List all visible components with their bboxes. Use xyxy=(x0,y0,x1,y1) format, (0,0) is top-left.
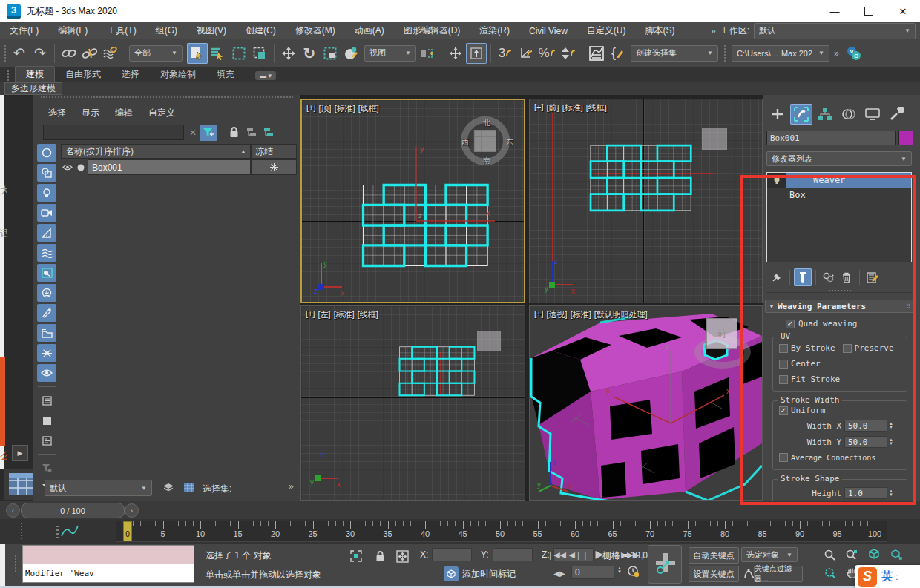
mirror-icon[interactable] xyxy=(416,43,437,64)
center-checkbox[interactable] xyxy=(779,360,788,369)
explorer-preset-dropdown[interactable]: 默认▼ xyxy=(45,480,152,496)
percent-snap-toggle-icon[interactable]: % xyxy=(536,43,557,64)
next-frame-arrow[interactable]: › xyxy=(125,503,139,518)
maxscript-listener-icon[interactable]: { xyxy=(607,43,628,64)
display-frozen-icon[interactable] xyxy=(37,344,56,362)
display-geometry-icon[interactable] xyxy=(37,164,56,182)
maxscript-mini-listener[interactable]: Modifier 'Weav xyxy=(22,545,194,583)
viewport-menu-shading[interactable]: [默认明暗处理] xyxy=(594,309,648,320)
tab-motion[interactable] xyxy=(838,104,860,125)
redo-icon[interactable]: ↷ xyxy=(30,43,50,64)
ime-mode-label[interactable]: 英 xyxy=(881,569,893,584)
panel-resize-grip[interactable] xyxy=(829,290,851,291)
reference-coordinate-dropdown[interactable]: 视图▼ xyxy=(364,45,416,62)
compass-east-label[interactable]: 东 xyxy=(506,137,513,148)
remove-modifier-trash-icon[interactable] xyxy=(838,268,855,286)
viewport-menu-type[interactable]: [标准] xyxy=(335,103,355,114)
column-header-freeze[interactable]: 冻结 xyxy=(251,144,297,159)
play-icon[interactable]: ▶ xyxy=(591,546,608,561)
frame-field-spinner[interactable]: ▲▼ xyxy=(617,566,622,574)
display-groups-icon[interactable] xyxy=(37,324,56,342)
hierarchy-mode-icon[interactable] xyxy=(245,125,260,139)
title-bar[interactable]: 3 无标题 - 3ds Max 2020 — ✕ xyxy=(0,0,920,22)
menu-create[interactable]: 创建(C) xyxy=(236,22,286,39)
list-view-icon[interactable] xyxy=(37,432,56,449)
selection-lock-icon[interactable] xyxy=(372,549,387,564)
menu-edit[interactable]: 编辑(E) xyxy=(48,22,97,39)
average-connections-checkbox[interactable] xyxy=(779,453,788,462)
viewport-menu-pov[interactable]: [透视] xyxy=(547,309,568,320)
tab-hierarchy[interactable] xyxy=(814,104,836,125)
add-time-tag-label[interactable]: 添加时间标记 xyxy=(462,568,516,581)
filter-settings-icon[interactable] xyxy=(37,459,56,477)
menu-views[interactable]: 视图(V) xyxy=(187,22,236,39)
search-clear-icon[interactable]: ✕ xyxy=(185,125,200,140)
show-end-result-icon[interactable] xyxy=(794,268,812,286)
select-by-name-icon[interactable] xyxy=(208,43,229,64)
height-field[interactable]: 1.0 xyxy=(844,487,887,499)
absolute-offset-toggle-icon[interactable] xyxy=(395,549,410,564)
zoom-all-icon[interactable] xyxy=(843,547,861,562)
tab-utilities[interactable] xyxy=(885,104,907,125)
modifier-stack-row-box[interactable]: Box xyxy=(767,188,911,202)
explorer-menu-edit[interactable]: 编辑 xyxy=(115,107,133,119)
mini-curve-editor-icon[interactable] xyxy=(50,522,83,541)
civil-view-icon[interactable]: VC xyxy=(844,43,864,64)
modifier-stack-row-weaver[interactable]: Weaver xyxy=(767,173,911,188)
menu-overflow-chevron[interactable]: » xyxy=(711,26,716,36)
menu-customize[interactable]: 自定义(U) xyxy=(577,22,636,39)
add-time-tag-row[interactable]: 添加时间标记 xyxy=(444,566,516,581)
time-slider-handle[interactable]: 0 / 100 xyxy=(21,503,125,518)
snaps-toggle-3d-icon[interactable]: 3 xyxy=(495,43,516,64)
menu-rendering[interactable]: 渲染(R) xyxy=(470,22,519,39)
select-object-icon[interactable] xyxy=(187,43,208,64)
viewport-left[interactable]: [+] [左] [标准] [线框] z x y xyxy=(300,305,525,501)
y-coordinate-field[interactable] xyxy=(493,548,533,561)
select-and-link-icon[interactable] xyxy=(59,43,79,64)
set-keys-button[interactable] xyxy=(648,545,682,584)
render-dot-icon[interactable] xyxy=(74,160,88,175)
sync-selection-icon[interactable] xyxy=(37,392,56,409)
ime-indicator[interactable]: S 英 : xyxy=(855,565,920,588)
trackbar-drag-handle[interactable] xyxy=(21,523,22,539)
modifier-list-dropdown[interactable]: 修改器列表▼ xyxy=(766,151,912,166)
workspace-dropdown[interactable]: 默认▼ xyxy=(754,23,916,39)
angle-snap-toggle-icon[interactable] xyxy=(516,43,536,64)
lock-explorer-icon[interactable] xyxy=(226,125,241,139)
base-object-name[interactable]: Box xyxy=(789,190,806,200)
transform-gizmo[interactable]: y x z xyxy=(406,141,499,226)
previous-key-icon[interactable]: ◀❘❘ xyxy=(570,547,588,562)
modifier-name[interactable]: Weaver xyxy=(813,175,845,185)
menu-tools[interactable]: 工具(T) xyxy=(97,22,145,39)
rollout-header-weaving-parameters[interactable]: ▼ Weaving Parameters ⠿ xyxy=(765,300,915,313)
configure-modifier-sets-icon[interactable] xyxy=(864,268,881,286)
window-crossing-icon[interactable] xyxy=(249,43,270,64)
current-frame-field[interactable]: 0 xyxy=(571,566,614,579)
rectangular-selection-region-icon[interactable] xyxy=(229,43,249,64)
viewport-menu-type[interactable]: [标准] xyxy=(562,102,583,113)
key-filters-button[interactable]: 关键点过滤器... xyxy=(754,566,803,582)
ribbon-tab-selection[interactable]: 选择 xyxy=(111,67,150,82)
viewport-menu-type[interactable]: [标准] xyxy=(334,309,355,320)
table-row[interactable]: Box001 xyxy=(61,159,297,175)
panel-expand-arrow[interactable]: ▶ xyxy=(12,445,28,461)
ribbon-tab-modeling[interactable]: 建模 xyxy=(15,66,55,82)
zoom-region-icon[interactable] xyxy=(821,565,838,580)
bind-to-space-warp-icon[interactable] xyxy=(100,43,121,64)
layer-explorer-icon[interactable] xyxy=(160,480,177,495)
weave-object-left[interactable] xyxy=(398,346,477,397)
key-scope-dropdown[interactable]: 选定对象▼ xyxy=(741,547,798,562)
isolate-selection-icon[interactable] xyxy=(349,549,364,564)
quad-weaving-checkbox[interactable]: ✓ xyxy=(786,320,795,328)
display-lights-icon[interactable] xyxy=(37,184,56,202)
pin-stack-icon[interactable] xyxy=(768,268,786,286)
weave-object-front[interactable] xyxy=(589,144,694,212)
search-filter-icon[interactable] xyxy=(200,125,217,141)
menu-file[interactable]: 文件(F) xyxy=(0,22,48,39)
time-ruler[interactable]: 0 51015202530354045505560657075808590951… xyxy=(116,521,887,542)
time-configuration-icon[interactable] xyxy=(625,564,643,579)
toolbar-drag-handle-2[interactable] xyxy=(724,45,726,62)
object-name-cell[interactable]: Box001 xyxy=(88,159,251,175)
statusbar-drag-handle[interactable] xyxy=(15,555,16,572)
display-hidden-icon[interactable] xyxy=(37,364,56,382)
